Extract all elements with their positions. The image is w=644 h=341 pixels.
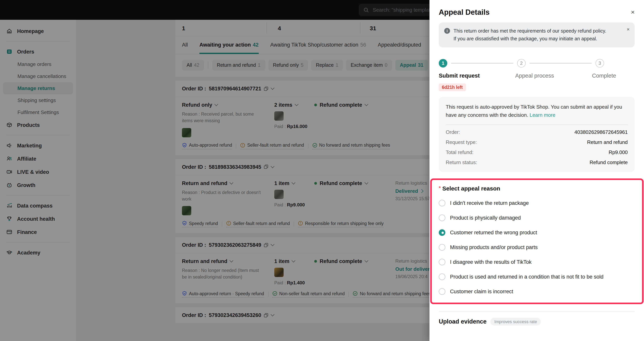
appeal-stepper: 1 2 3 Submit request Appeal process Comp… bbox=[439, 59, 635, 91]
section-divider bbox=[439, 312, 635, 312]
step-label-submit-request: Submit request bbox=[439, 72, 480, 79]
info-icon: i bbox=[444, 28, 450, 34]
radio-button[interactable] bbox=[439, 288, 445, 295]
reason-option-didnt-receive[interactable]: I didn't receive the return package bbox=[439, 200, 634, 206]
modal-dim-overlay[interactable] bbox=[0, 0, 430, 341]
reason-option-disagree-results[interactable]: I disagree with the results of TikTok bbox=[439, 259, 634, 265]
reason-option-missing-products[interactable]: Missing products and/or product parts bbox=[439, 244, 634, 250]
radio-button[interactable] bbox=[439, 274, 445, 280]
step-label-appeal-process: Appeal process bbox=[515, 72, 554, 79]
radio-button[interactable] bbox=[439, 259, 445, 265]
close-icon[interactable]: × bbox=[629, 7, 636, 18]
upload-evidence-section: Upload evidence Improves success rate bbox=[439, 318, 635, 326]
detail-row-return-status: Return status: Refund complete bbox=[446, 160, 628, 165]
reason-option-product-used[interactable]: Product is used and returned in a condit… bbox=[439, 274, 634, 280]
step-connector bbox=[530, 63, 592, 64]
auto-approved-notice-card: This request is auto-approved by TikTok … bbox=[439, 97, 635, 172]
appeal-reason-title: *Select appeal reason bbox=[439, 185, 634, 192]
order-number: 4038026298672645961 bbox=[574, 129, 628, 135]
drawer-title: Appeal Details bbox=[430, 0, 644, 17]
radio-button-selected[interactable] bbox=[439, 229, 445, 236]
speedy-refund-banner: i This return order has met the requirem… bbox=[439, 22, 635, 47]
radio-button[interactable] bbox=[439, 200, 445, 206]
improves-success-rate-badge: Improves success rate bbox=[490, 318, 541, 326]
banner-line-1: This return order has met the requiremen… bbox=[454, 28, 606, 34]
learn-more-link[interactable]: Learn more bbox=[530, 112, 555, 118]
select-appeal-reason-section: *Select appeal reason I didn't receive t… bbox=[430, 178, 644, 304]
step-circle-2: 2 bbox=[517, 59, 526, 68]
countdown-badge: 6d21h left bbox=[439, 84, 466, 91]
tiktok-shop-seller-center: Homepage Orders Manage orders Manage can… bbox=[0, 0, 644, 341]
step-connector bbox=[451, 63, 513, 64]
step-circle-1: 1 bbox=[439, 59, 447, 68]
notice-divider bbox=[446, 124, 628, 125]
banner-close-icon[interactable]: × bbox=[627, 26, 630, 32]
appeal-details-drawer: Appeal Details × i This return order has… bbox=[430, 0, 644, 341]
reason-option-claim-incorrect[interactable]: Customer claim is incorrect bbox=[439, 288, 634, 295]
radio-button[interactable] bbox=[439, 244, 445, 250]
detail-row-order: Order: 4038026298672645961 bbox=[446, 129, 628, 135]
step-label-complete: Complete bbox=[592, 72, 616, 79]
reason-option-physically-damaged[interactable]: Product is physically damaged bbox=[439, 214, 634, 221]
step-circle-3: 3 bbox=[596, 59, 604, 68]
reason-option-wrong-product[interactable]: Customer returned the wrong product bbox=[439, 229, 634, 236]
banner-line-2: If you are dissatisfied with the package… bbox=[454, 36, 597, 42]
radio-button[interactable] bbox=[439, 214, 445, 221]
detail-row-request-type: Request type: Return and refund bbox=[446, 139, 628, 145]
detail-row-total-refund: Total refund: Rp9.000 bbox=[446, 149, 628, 155]
required-asterisk: * bbox=[439, 185, 441, 191]
upload-evidence-title: Upload evidence bbox=[439, 318, 486, 325]
